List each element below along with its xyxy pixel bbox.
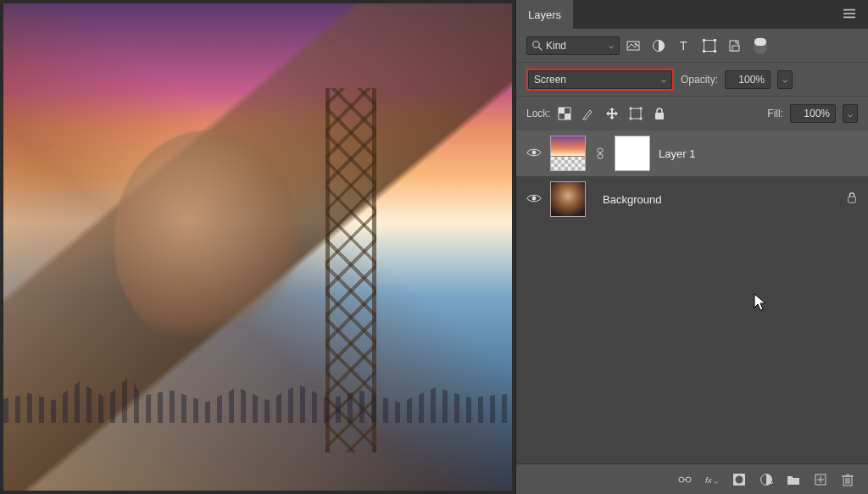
svg-rect-17: [559, 108, 565, 114]
layer-mask-thumbnail[interactable]: [615, 136, 650, 171]
new-adjustment-layer-icon[interactable]: [760, 473, 773, 486]
canvas-area[interactable]: [0, 0, 515, 494]
opacity-label: Opacity:: [681, 74, 718, 86]
layer-list: Layer 1 Background: [516, 130, 868, 463]
mouse-cursor-icon: [754, 293, 769, 312]
svg-rect-9: [704, 40, 715, 51]
svg-point-6: [635, 42, 637, 45]
svg-rect-2: [843, 16, 855, 18]
link-layers-icon[interactable]: [678, 473, 692, 486]
visibility-eye-icon[interactable]: [526, 191, 542, 207]
svg-rect-0: [843, 8, 855, 10]
new-layer-icon[interactable]: [814, 473, 827, 486]
filter-adjustment-icon[interactable]: [652, 39, 665, 53]
filter-row: Kind ⌵ T: [516, 29, 868, 63]
layer-filter-kind-dropdown[interactable]: Kind ⌵: [526, 36, 620, 55]
svg-rect-12: [703, 50, 705, 53]
chevron-down-icon: ⌵: [661, 75, 666, 84]
svg-point-40: [736, 475, 743, 483]
layer-row-layer1[interactable]: Layer 1: [516, 130, 868, 176]
filter-type-icon[interactable]: T: [677, 39, 691, 53]
svg-text:fx: fx: [705, 475, 713, 484]
new-group-icon[interactable]: [787, 473, 800, 486]
layer-name[interactable]: Layer 1: [659, 147, 695, 160]
svg-rect-10: [703, 39, 705, 42]
svg-text:T: T: [680, 39, 687, 53]
chevron-down-icon: ⌵: [609, 41, 614, 50]
blend-opacity-row: Screen ⌵ Opacity: 100% ⌵: [516, 63, 868, 97]
opacity-slider-toggle[interactable]: ⌵: [777, 70, 793, 89]
filter-toggle-switch[interactable]: [754, 37, 767, 54]
panel-footer: fx: [516, 463, 868, 494]
add-mask-icon[interactable]: [732, 473, 746, 486]
svg-rect-11: [714, 39, 716, 42]
panel-tab-layers[interactable]: Layers: [516, 0, 573, 29]
lock-all-icon[interactable]: [653, 107, 666, 120]
blend-mode-value: Screen: [534, 74, 566, 86]
visibility-eye-icon[interactable]: [526, 146, 542, 161]
fill-slider-toggle[interactable]: ⌵: [843, 104, 858, 123]
blend-mode-highlight: Screen ⌵: [526, 69, 674, 91]
background-lock-icon[interactable]: [846, 191, 858, 207]
lock-transparency-icon[interactable]: [558, 107, 571, 120]
lock-position-icon[interactable]: [605, 107, 619, 120]
opacity-input[interactable]: 100%: [725, 70, 771, 89]
svg-point-29: [532, 151, 537, 155]
fill-input[interactable]: 100%: [790, 104, 836, 123]
panel-header: Layers: [516, 0, 868, 29]
lock-label: Lock:: [526, 108, 551, 119]
document-composite: [3, 3, 512, 491]
panel-menu-icon[interactable]: [831, 8, 868, 22]
filter-label: Kind: [546, 40, 566, 52]
panel-title: Layers: [528, 8, 561, 21]
svg-rect-15: [732, 46, 739, 51]
filter-smartobject-icon[interactable]: [728, 39, 742, 53]
delete-layer-icon[interactable]: [841, 473, 854, 486]
svg-rect-34: [849, 197, 856, 203]
lock-fill-row: Lock: Fill: 100% ⌵: [516, 97, 868, 130]
mask-link-icon[interactable]: [594, 147, 606, 159]
layers-panel: Layers Kind ⌵ T Screen ⌵ Opacity: 100%: [515, 0, 868, 494]
lock-pixels-icon[interactable]: [581, 107, 595, 120]
fill-label: Fill:: [767, 108, 783, 119]
layer-effects-icon[interactable]: fx: [705, 473, 719, 486]
filter-pixel-icon[interactable]: [626, 39, 640, 53]
svg-rect-28: [655, 113, 664, 119]
filter-shape-icon[interactable]: [703, 39, 716, 53]
svg-rect-18: [565, 114, 570, 119]
svg-rect-13: [714, 50, 716, 53]
svg-line-4: [539, 47, 542, 50]
svg-point-3: [533, 41, 540, 47]
layer-name[interactable]: Background: [603, 193, 661, 206]
svg-rect-19: [631, 108, 641, 119]
layer-row-background[interactable]: Background: [516, 176, 868, 222]
svg-point-33: [532, 197, 537, 201]
layer-thumbnail[interactable]: [550, 136, 586, 171]
lock-artboard-icon[interactable]: [629, 107, 643, 120]
svg-rect-1: [843, 13, 855, 14]
layer-thumbnail[interactable]: [550, 181, 586, 217]
blend-mode-dropdown[interactable]: Screen ⌵: [528, 70, 672, 89]
